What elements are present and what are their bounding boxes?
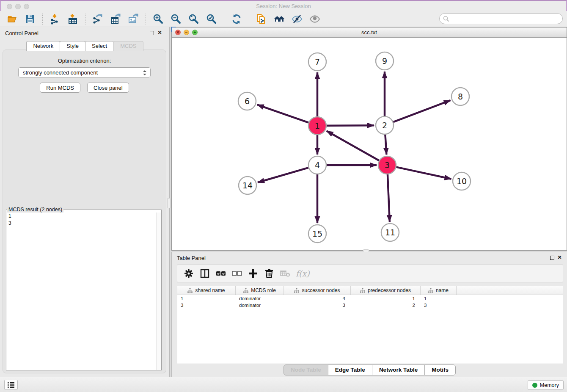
cell-predecessor-nodes[interactable]: 2 <box>351 302 421 309</box>
delete-table-icon-disabled <box>279 267 292 280</box>
memory-status-icon <box>532 383 537 388</box>
close-panel-button[interactable]: Close panel <box>87 83 129 93</box>
node-label-4: 4 <box>315 160 320 170</box>
cell-mcds-role[interactable]: dominator <box>236 295 284 302</box>
export-table-icon[interactable] <box>110 13 121 25</box>
edge-2-8[interactable] <box>394 100 451 122</box>
zoom-fit-icon[interactable] <box>188 13 200 25</box>
import-table-icon[interactable] <box>67 13 79 25</box>
zoom-selected-icon[interactable] <box>206 13 217 25</box>
birds-eye-icon[interactable] <box>309 13 321 25</box>
node-table[interactable]: shared nameMCDS rolesuccessor nodesprede… <box>177 286 563 364</box>
open-folder-icon[interactable] <box>6 13 18 25</box>
gear-icon[interactable] <box>182 267 195 280</box>
tab-style[interactable]: Style <box>60 41 85 51</box>
edge-3-11[interactable] <box>388 174 390 222</box>
cell-successor-nodes[interactable]: 4 <box>284 295 351 302</box>
search-input[interactable] <box>449 14 562 23</box>
first-neighbors-icon[interactable] <box>273 13 285 25</box>
column-label: MCDS role <box>251 287 276 293</box>
network-graph[interactable]: 7968124314101511 <box>172 38 567 250</box>
float-table-panel-icon[interactable] <box>550 256 554 260</box>
column-header-predecessor-nodes[interactable]: predecessor nodes <box>351 286 421 295</box>
clear-checkboxes-icon[interactable] <box>231 267 243 280</box>
hide-details-icon[interactable] <box>291 13 303 25</box>
column-header-shared-name[interactable]: shared name <box>177 286 236 295</box>
toolbar-separator <box>224 14 224 25</box>
tab-mcds[interactable]: MCDS <box>113 41 143 51</box>
column-header-name[interactable]: name <box>421 286 457 295</box>
cell-name[interactable]: 1 <box>421 295 457 302</box>
refresh-icon[interactable] <box>231 13 242 25</box>
node-label-8: 8 <box>458 92 463 101</box>
criterion-select[interactable]: strongly connected component <box>18 67 151 77</box>
network-view-window: ✕ − + scc.txt 7968124314101511 <box>171 27 567 251</box>
cell-name[interactable]: 3 <box>421 302 457 309</box>
add-column-icon[interactable] <box>247 267 259 280</box>
cell-shared-name[interactable]: 1 <box>177 295 236 302</box>
table-panel-title: Table Panel <box>177 255 206 261</box>
criterion-value: strongly connected component <box>23 69 98 76</box>
node-label-10: 10 <box>457 177 467 186</box>
edge-3-1[interactable] <box>327 131 379 160</box>
node-label-1: 1 <box>315 121 320 130</box>
tab-select[interactable]: Select <box>85 41 114 51</box>
run-mcds-button[interactable]: Run MCDS <box>40 83 80 93</box>
cell-mcds-role[interactable]: dominator <box>236 302 284 309</box>
toolbar-separator <box>42 14 43 25</box>
cell-predecessor-nodes[interactable]: 1 <box>351 295 421 302</box>
chevron-up-down-icon <box>142 69 147 76</box>
column-label: shared name <box>195 287 225 293</box>
column-header-successor-nodes[interactable]: successor nodes <box>284 286 351 295</box>
split-columns-icon[interactable] <box>198 267 211 280</box>
export-image-icon[interactable] <box>127 13 139 25</box>
close-panel-icon[interactable]: ✕ <box>157 30 162 36</box>
status-bar: Memory <box>0 377 567 392</box>
tab-network-table[interactable]: Network Table <box>372 364 425 375</box>
column-label: predecessor nodes <box>368 287 411 293</box>
result-scrollbar[interactable] <box>156 213 161 370</box>
tab-motifs[interactable]: Motifs <box>424 364 456 375</box>
close-table-panel-icon[interactable]: ✕ <box>557 255 562 260</box>
edge-1-2[interactable] <box>327 125 374 126</box>
export-network-icon[interactable] <box>92 13 104 25</box>
save-icon[interactable] <box>24 13 36 25</box>
duplicate-network-icon[interactable] <box>256 13 267 25</box>
tab-edge-table[interactable]: Edge Table <box>328 364 372 375</box>
toolbar-separator <box>146 14 146 25</box>
zoom-out-icon[interactable] <box>170 13 182 25</box>
optimization-criterion-label: Optimization criterion: <box>3 58 166 64</box>
memory-button[interactable]: Memory <box>528 380 564 390</box>
edge-2-3[interactable] <box>385 135 386 155</box>
cell-shared-name[interactable]: 3 <box>177 302 236 309</box>
mcds-result-list[interactable]: 13 <box>6 213 161 370</box>
edge-4-14[interactable] <box>258 168 308 182</box>
zoom-in-icon[interactable] <box>152 13 164 25</box>
node-label-14: 14 <box>242 181 253 190</box>
window-titlebar: Session: New Session <box>0 0 567 11</box>
control-panel: Control Panel ✕ NetworkStyleSelectMCDS O… <box>0 27 170 377</box>
table-row[interactable]: 1dominator411 <box>177 295 563 302</box>
mcds-result-box: MCDS result (2 nodes) 13 <box>6 207 162 370</box>
column-label: successor nodes <box>302 287 340 293</box>
workspace: Control Panel ✕ NetworkStyleSelectMCDS O… <box>0 27 567 377</box>
select-all-checkboxes-icon[interactable] <box>215 267 227 280</box>
delete-column-icon[interactable] <box>263 267 275 280</box>
table-row[interactable]: 3dominator323 <box>177 302 563 309</box>
network-window-titlebar[interactable]: ✕ − + scc.txt <box>172 28 567 38</box>
cell-successor-nodes[interactable]: 3 <box>284 302 351 309</box>
float-panel-icon[interactable] <box>150 31 154 35</box>
edge-1-6[interactable] <box>257 105 309 122</box>
import-network-icon[interactable] <box>49 13 61 25</box>
list-icon <box>7 382 15 388</box>
panel-resize-grip[interactable] <box>167 198 171 208</box>
tab-network[interactable]: Network <box>26 41 60 51</box>
column-header-mcds-role[interactable]: MCDS role <box>236 286 284 295</box>
search-icon <box>443 16 449 22</box>
mcds-result-title: MCDS result (2 nodes) <box>7 207 63 213</box>
task-history-button[interactable] <box>4 380 18 390</box>
edge-3-10[interactable] <box>396 167 451 179</box>
search-field[interactable] <box>439 13 563 24</box>
tab-node-table[interactable]: Node Table <box>284 364 328 375</box>
result-node: 1 <box>6 213 161 220</box>
